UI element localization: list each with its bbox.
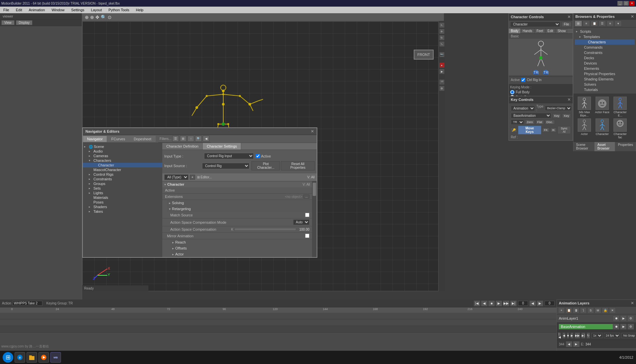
frame-start-input[interactable] bbox=[518, 301, 528, 306]
transport-play[interactable]: ▶ bbox=[496, 300, 502, 306]
tree-materials-nav[interactable]: Materials bbox=[83, 195, 162, 200]
anim-snap-dropdown[interactable]: No Snap bbox=[621, 333, 636, 338]
asset-actor-face[interactable]: Actor Face bbox=[594, 97, 610, 117]
rotate-icon[interactable]: ↻ bbox=[439, 35, 445, 40]
menu-python-tools[interactable]: Python Tools bbox=[105, 7, 133, 13]
taskbar-icon3[interactable] bbox=[38, 352, 49, 363]
key-controls-close[interactable]: ✕ bbox=[567, 97, 571, 102]
menu-window[interactable]: Window bbox=[48, 7, 68, 13]
brow-icon6[interactable]: ▾ bbox=[614, 21, 622, 26]
base-animation-item[interactable]: BaseAnimation ⏺ ▶ ⚙ bbox=[557, 323, 636, 331]
character-section-header[interactable]: ▾ Character V: All bbox=[162, 181, 312, 187]
tree-scene[interactable]: ▸ 🌐 Scene bbox=[83, 144, 162, 149]
tree-audio[interactable]: ▸ Audio bbox=[83, 149, 162, 154]
tree-commands[interactable]: Commands bbox=[575, 45, 635, 50]
base-animation-dropdown[interactable]: BaseAnimation bbox=[511, 113, 551, 118]
input-type-dropdown[interactable]: Control Rig Input bbox=[204, 153, 254, 159]
nav-icon2[interactable]: ⊕ bbox=[90, 15, 94, 20]
taskbar-icon2[interactable] bbox=[26, 352, 37, 363]
taskbar-motionbuilder[interactable]: MB bbox=[50, 352, 61, 363]
menu-settings[interactable]: Settings bbox=[68, 7, 88, 13]
start-button[interactable]: ⊞ bbox=[3, 352, 13, 363]
tree-control-rigs[interactable]: ▸ Control Rigs bbox=[83, 172, 162, 177]
brow-icon1[interactable]: ⊞ bbox=[575, 21, 582, 26]
key2-button[interactable]: Key bbox=[562, 114, 571, 118]
taskbar-icon1[interactable]: e bbox=[15, 352, 25, 363]
sync-button[interactable]: Sync Al bbox=[557, 126, 571, 134]
brow-icon3[interactable]: 📋 bbox=[591, 21, 598, 26]
frame-right[interactable]: ▶ bbox=[537, 300, 543, 306]
offsets-header[interactable]: ▸ Offsets bbox=[170, 245, 312, 251]
zoom2-icon[interactable]: ⊙ bbox=[108, 15, 112, 20]
anim-layers-close[interactable]: ✕ bbox=[631, 301, 634, 305]
tree-lights[interactable]: ▸ Lights bbox=[83, 191, 162, 195]
tree-constraints-nav[interactable]: ▸ Constraints bbox=[83, 177, 162, 181]
key-button[interactable]: Key bbox=[553, 114, 561, 118]
anim-layer-close2[interactable]: ✕ bbox=[609, 307, 616, 313]
brow-icon2[interactable]: ≡ bbox=[583, 21, 590, 26]
asset-actor[interactable]: Actor bbox=[576, 118, 593, 139]
asset-3dsmax-bipe[interactable]: 3ds Max Bipe... bbox=[576, 97, 593, 117]
anim-layer-merge[interactable]: ⤵ bbox=[580, 307, 587, 313]
menu-animation[interactable]: Animation bbox=[26, 7, 48, 13]
brow-icon4[interactable]: ☰ bbox=[599, 21, 606, 26]
active-input-checkbox[interactable] bbox=[256, 154, 260, 158]
pan-icon[interactable]: ✥ bbox=[95, 15, 99, 20]
plot-character-button[interactable]: Plot Character... bbox=[251, 161, 280, 170]
camera-icon[interactable]: 📷 bbox=[439, 52, 445, 57]
nav-icon[interactable]: ⊕ bbox=[85, 15, 89, 20]
render-icon[interactable]: 🎬 bbox=[439, 79, 445, 85]
hands-tab[interactable]: Hands bbox=[521, 28, 535, 33]
settings-icon[interactable]: ⚙ bbox=[439, 86, 445, 91]
tr-dropdown[interactable]: TR bbox=[511, 119, 524, 125]
view-button[interactable]: View bbox=[1, 20, 15, 25]
take-input[interactable] bbox=[13, 301, 42, 306]
tree-character-nav[interactable]: Character bbox=[83, 163, 162, 167]
char-settings-tab[interactable]: Character Settings bbox=[203, 143, 241, 150]
transport-prev-end[interactable]: |◀ bbox=[474, 300, 480, 306]
minimize-button[interactable]: _ bbox=[617, 1, 623, 6]
type-dropdown[interactable]: Bezier-Clamp bbox=[545, 106, 572, 111]
select-icon[interactable]: ↖ bbox=[439, 23, 445, 28]
tree-scripts[interactable]: ▸ Scripts bbox=[575, 29, 635, 34]
anim-stop[interactable]: ■ bbox=[567, 333, 569, 339]
fk-button[interactable]: FK bbox=[542, 128, 550, 132]
nav-arrow[interactable]: ◀ bbox=[203, 136, 209, 142]
tree-constraints[interactable]: Constraints bbox=[575, 50, 635, 55]
anim-loop[interactable]: ↻ bbox=[587, 333, 590, 339]
file-button[interactable]: File bbox=[561, 22, 571, 27]
menu-edit[interactable]: Edit bbox=[13, 7, 26, 13]
key-icon-button[interactable]: 🔑 bbox=[511, 128, 517, 132]
transport-next-end[interactable]: ▶| bbox=[510, 300, 517, 306]
anim-layer-del[interactable]: 🗑 bbox=[573, 307, 579, 313]
anim-layer1-prop[interactable]: ⚙ bbox=[627, 315, 634, 321]
tree-cameras[interactable]: ▸ Cameras bbox=[83, 154, 162, 158]
frame-left[interactable]: ◀ bbox=[529, 300, 536, 306]
show-button[interactable]: Show bbox=[556, 28, 568, 33]
frame-nav2[interactable]: ▶ bbox=[573, 341, 580, 347]
play-icon[interactable]: ▶ bbox=[439, 69, 445, 74]
anim-layer-solo[interactable]: S bbox=[587, 307, 594, 313]
nav-grid-view[interactable]: ⊞ bbox=[180, 136, 186, 142]
maximize-button[interactable]: □ bbox=[623, 1, 629, 6]
anim-prev[interactable]: ◀ bbox=[562, 333, 565, 339]
anim-next-end[interactable]: ▶| bbox=[581, 333, 585, 339]
action-space-mode-dropdown[interactable]: Auto bbox=[293, 219, 309, 225]
body-tab[interactable]: Body bbox=[509, 28, 521, 33]
anim-prev-start[interactable]: |◀ bbox=[558, 333, 561, 339]
tree-sets[interactable]: ▸ Sets bbox=[83, 186, 162, 191]
asset-character[interactable]: Character bbox=[594, 118, 610, 139]
char-controls-close[interactable]: ✕ bbox=[567, 15, 571, 19]
tree-solvers[interactable]: Solvers bbox=[575, 82, 635, 87]
anim-next[interactable]: ▶▶ bbox=[575, 333, 580, 339]
asset-browser-tab[interactable]: Asset Browser bbox=[595, 142, 615, 151]
base-anim-play[interactable]: ▶ bbox=[620, 324, 627, 330]
reach-header[interactable]: ▸ Reach bbox=[170, 239, 312, 245]
extensions-button[interactable]: ... bbox=[303, 195, 309, 199]
tree-decks[interactable]: Decks bbox=[575, 55, 635, 61]
char-definition-tab[interactable]: Character Definition bbox=[162, 143, 203, 150]
animation-dropdown[interactable]: Animation bbox=[511, 106, 535, 111]
tree-groups[interactable]: ▸ Groups bbox=[83, 181, 162, 186]
navigator-tab[interactable]: Navigator bbox=[83, 136, 107, 142]
asset-character-e[interactable]: Character E... bbox=[612, 97, 628, 117]
